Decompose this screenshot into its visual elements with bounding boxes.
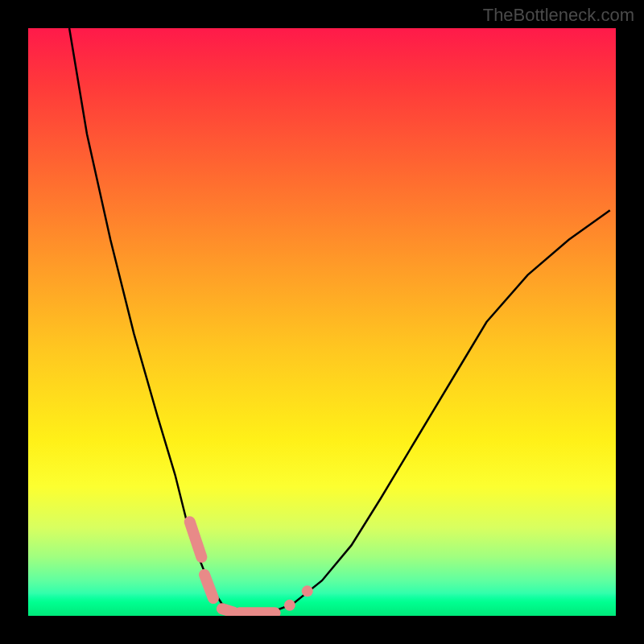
plot-area <box>28 28 616 616</box>
watermark-text: TheBottleneck.com <box>483 5 634 26</box>
marker-pill <box>204 575 213 598</box>
bottleneck-curve <box>69 28 610 613</box>
marker-pill <box>222 609 234 612</box>
marker-point <box>284 600 295 611</box>
marker-point <box>302 585 313 597</box>
marker-pill <box>190 522 202 557</box>
chart-frame: TheBottleneck.com <box>0 0 644 644</box>
curve-svg <box>28 28 616 616</box>
markers-group <box>190 522 313 613</box>
